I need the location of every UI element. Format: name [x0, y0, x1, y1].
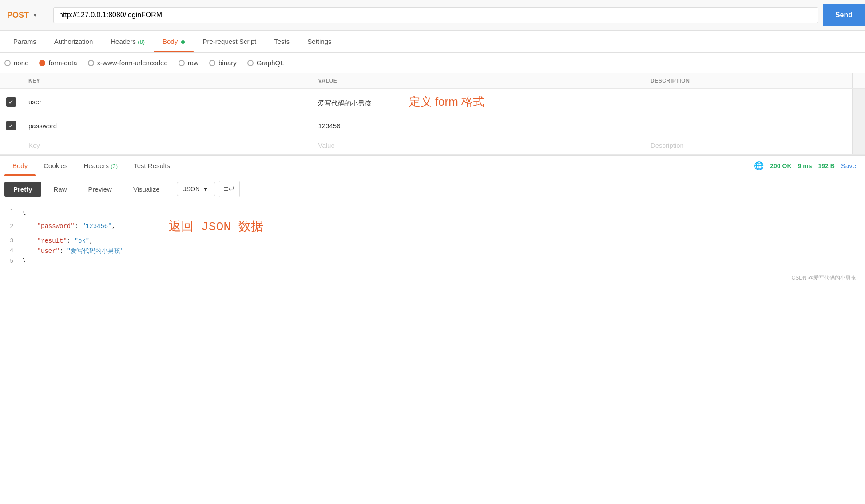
row1-annotation: 定义 form 格式 — [409, 95, 484, 108]
row2-checkbox-cell[interactable]: ✓ — [0, 115, 22, 136]
body-active-dot — [181, 40, 185, 44]
word-wrap-button[interactable]: ≡↵ — [219, 181, 240, 197]
col-value: VALUE — [312, 73, 644, 89]
save-button[interactable]: Save — [841, 162, 856, 169]
format-tab-pretty[interactable]: Pretty — [4, 182, 41, 197]
table-row: ✓ password 123456 — [0, 115, 865, 136]
response-tab-headers[interactable]: Headers (3) — [75, 156, 126, 176]
tab-tests[interactable]: Tests — [265, 31, 298, 52]
table-row: ✓ user 爱写代码的小男孩 定义 form 格式 — [0, 89, 865, 115]
params-table: KEY VALUE DESCRIPTION ✓ user 爱写代码的小男孩 定义… — [0, 73, 865, 155]
request-tabs: Params Authorization Headers (8) Body Pr… — [0, 31, 865, 53]
json-viewer: 1 { 2 "password": "123456", 返回 JSON 数据 3… — [0, 202, 865, 271]
radio-circle-binary — [209, 60, 215, 66]
response-tab-cookies[interactable]: Cookies — [36, 156, 75, 176]
checkbox-checked-icon: ✓ — [6, 97, 16, 107]
col-key: KEY — [22, 73, 312, 89]
col-checkbox — [0, 73, 22, 89]
status-ok: 200 OK — [770, 162, 791, 169]
response-annotation: 返回 JSON 数据 — [169, 218, 263, 235]
radio-graphql[interactable]: GraphQL — [247, 59, 284, 67]
key-placeholder: Key — [28, 142, 40, 149]
table-row: Key Value Description — [0, 136, 865, 155]
value-placeholder: Value — [318, 142, 334, 149]
tab-authorization[interactable]: Authorization — [45, 31, 102, 52]
format-tab-visualize[interactable]: Visualize — [124, 182, 169, 197]
tab-body[interactable]: Body — [154, 31, 194, 52]
url-bar: POST ▼ Send — [0, 0, 865, 31]
status-size: 192 B — [818, 162, 834, 169]
response-status-right: 🌐 200 OK 9 ms 192 B Save — [754, 161, 861, 171]
row1-key[interactable]: user — [22, 89, 312, 115]
status-time: 9 ms — [798, 162, 812, 169]
footer: CSDN @爱写代码的小男孩 — [0, 271, 865, 285]
response-tabs-left: Body Cookies Headers (3) Test Results — [4, 156, 178, 176]
format-tab-preview[interactable]: Preview — [79, 182, 121, 197]
radio-circle-raw — [179, 60, 185, 66]
row2-extra — [853, 115, 865, 136]
row1-value[interactable]: 爱写代码的小男孩 定义 form 格式 — [312, 89, 644, 115]
chevron-down-icon: ▼ — [202, 185, 209, 193]
method-selector[interactable]: POST ▼ — [0, 7, 53, 24]
json-format-dropdown[interactable]: JSON ▼ — [177, 182, 215, 196]
json-line-3: 3 "result": "ok", — [0, 236, 865, 246]
chevron-down-icon: ▼ — [32, 12, 38, 18]
row1-checkbox-cell[interactable]: ✓ — [0, 89, 22, 115]
col-extra — [853, 73, 865, 89]
row3-extra — [853, 136, 865, 155]
json-line-4: 4 "user": "爱写代码的小男孩" — [0, 246, 865, 256]
radio-circle-graphql — [247, 60, 254, 66]
tab-headers[interactable]: Headers (8) — [102, 31, 154, 52]
row2-description[interactable] — [644, 115, 853, 136]
json-line-5: 5 } — [0, 256, 865, 266]
send-button[interactable]: Send — [823, 4, 865, 26]
radio-binary[interactable]: binary — [209, 59, 237, 67]
radio-raw[interactable]: raw — [179, 59, 198, 67]
url-input[interactable] — [53, 7, 818, 23]
desc-placeholder: Description — [651, 142, 684, 149]
col-description: DESCRIPTION — [644, 73, 853, 89]
radio-circle-none — [4, 60, 11, 66]
json-line-1: 1 { — [0, 207, 865, 217]
body-type-row: none form-data x-www-form-urlencoded raw… — [0, 53, 865, 73]
checkbox-checked-icon: ✓ — [6, 121, 16, 130]
response-tab-test-results[interactable]: Test Results — [126, 156, 178, 176]
json-line-2: 2 "password": "123456", 返回 JSON 数据 — [0, 217, 865, 236]
radio-none[interactable]: none — [4, 59, 28, 67]
row3-checkbox-cell[interactable] — [0, 136, 22, 155]
tab-pre-request[interactable]: Pre-request Script — [194, 31, 265, 52]
row3-value[interactable]: Value — [312, 136, 644, 155]
radio-form-data[interactable]: form-data — [39, 59, 77, 67]
radio-urlencoded[interactable]: x-www-form-urlencoded — [88, 59, 168, 67]
row1-extra — [853, 89, 865, 115]
tab-params[interactable]: Params — [4, 31, 45, 52]
format-tab-raw[interactable]: Raw — [45, 182, 76, 197]
response-tabs-row: Body Cookies Headers (3) Test Results 🌐 … — [0, 155, 865, 176]
row3-key[interactable]: Key — [22, 136, 312, 155]
row2-key[interactable]: password — [22, 115, 312, 136]
row2-value[interactable]: 123456 — [312, 115, 644, 136]
footer-text: CSDN @爱写代码的小男孩 — [791, 275, 856, 281]
format-toolbar: Pretty Raw Preview Visualize JSON ▼ ≡↵ — [0, 176, 865, 202]
method-label: POST — [7, 11, 29, 20]
response-tab-body[interactable]: Body — [4, 156, 36, 176]
row3-description[interactable]: Description — [644, 136, 853, 155]
radio-circle-form-data — [39, 60, 45, 66]
globe-icon[interactable]: 🌐 — [754, 161, 764, 171]
row1-description[interactable] — [644, 89, 853, 115]
radio-circle-urlencoded — [88, 60, 94, 66]
tab-settings[interactable]: Settings — [298, 31, 340, 52]
